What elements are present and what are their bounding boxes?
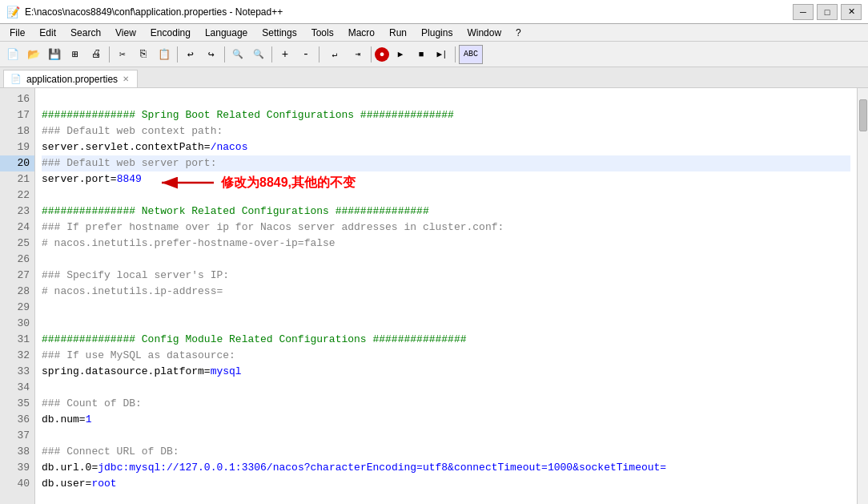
line-number: 29 — [0, 300, 34, 316]
find-replace-button[interactable]: 🔍 — [249, 45, 268, 64]
zoom-out-button[interactable]: - — [296, 45, 315, 64]
line-number: 19 — [0, 139, 34, 155]
tab-file-icon: 📄 — [10, 74, 22, 84]
code-line: ############### Config Module Related Co… — [42, 332, 850, 348]
indent-button[interactable]: ⇥ — [348, 45, 368, 64]
toolbar-sep-5 — [319, 46, 319, 62]
line-number: 22 — [0, 187, 34, 204]
minimize-button[interactable]: ─ — [793, 4, 814, 20]
tab-bar: 📄 application.properties ✕ — [0, 67, 868, 88]
undo-button[interactable]: ↩ — [181, 45, 200, 64]
new-button[interactable]: 📄 — [3, 45, 22, 64]
macro-button[interactable]: ● — [375, 47, 389, 62]
code-line — [42, 316, 850, 332]
menu-help[interactable]: ? — [509, 26, 528, 40]
code-line — [42, 91, 850, 107]
playonce-button[interactable]: ▶| — [432, 45, 452, 64]
toolbar-sep-7 — [455, 46, 456, 62]
line-number: 16 — [0, 91, 34, 107]
code-line: spring.datasource.platform=mysql — [42, 364, 850, 380]
toolbar-sep-1 — [109, 46, 110, 62]
code-line — [42, 187, 850, 204]
code-line: db.num=1 — [42, 412, 850, 428]
toolbar-sep-6 — [371, 46, 372, 62]
stop-button[interactable]: ■ — [412, 45, 431, 64]
line-number: 27 — [0, 268, 34, 284]
code-line: ### Connect URL of DB: — [42, 444, 850, 460]
menu-view[interactable]: View — [109, 26, 143, 40]
redo-button[interactable]: ↪ — [202, 45, 221, 64]
title-bar-left: 📝 E:\nacos\nacos8849\conf\application.pr… — [6, 6, 283, 18]
paste-button[interactable]: 📋 — [155, 45, 174, 64]
code-line — [42, 428, 850, 444]
line-number: 36 — [0, 412, 34, 428]
tab-application-properties[interactable]: 📄 application.properties ✕ — [3, 70, 138, 87]
menu-language[interactable]: Language — [199, 26, 254, 40]
open-button[interactable]: 📂 — [24, 45, 43, 64]
code-line: db.user=root — [42, 476, 850, 492]
line-number: 40 — [0, 476, 34, 492]
menu-tools[interactable]: Tools — [305, 26, 340, 40]
code-line — [42, 300, 850, 316]
menu-run[interactable]: Run — [383, 26, 413, 40]
line-number: 32 — [0, 348, 34, 364]
toolbar: 📄 📂 💾 ⊞ 🖨 ✂ ⎘ 📋 ↩ ↪ 🔍 🔍 + - ↵ ⇥ ● ▶ ■ ▶|… — [0, 42, 868, 67]
copy-button[interactable]: ⎘ — [134, 45, 153, 64]
code-area[interactable]: ############### Spring Boot Related Conf… — [35, 88, 857, 504]
toolbar-sep-3 — [224, 46, 225, 62]
code-line — [42, 252, 850, 268]
window-title: E:\nacos\nacos8849\conf\application.prop… — [25, 6, 283, 18]
print-button[interactable]: 🖨 — [86, 45, 106, 64]
menu-search[interactable]: Search — [64, 26, 107, 40]
save-button[interactable]: 💾 — [45, 45, 64, 64]
close-button[interactable]: ✕ — [841, 4, 862, 20]
app-icon: 📝 — [6, 6, 20, 18]
line-number: 28 — [0, 284, 34, 300]
menu-edit[interactable]: Edit — [33, 26, 62, 40]
play-button[interactable]: ▶ — [391, 45, 410, 64]
line-number: 37 — [0, 428, 34, 444]
word-wrap-button[interactable]: ↵ — [323, 45, 347, 64]
line-number: 17 — [0, 107, 34, 123]
code-line: server.servlet.contextPath=/nacos — [42, 139, 850, 155]
line-number: 30 — [0, 316, 34, 332]
line-number: 38 — [0, 444, 34, 460]
toolbar-sep-2 — [177, 46, 178, 62]
line-number: 21 — [0, 171, 34, 187]
menu-encoding[interactable]: Encoding — [144, 26, 197, 40]
code-line: # nacos.inetutils.ip-address= — [42, 284, 850, 300]
code-line: server.port=8849 — [42, 171, 850, 187]
maximize-button[interactable]: □ — [817, 4, 838, 20]
code-line: ############### Network Related Configur… — [42, 204, 850, 220]
cut-button[interactable]: ✂ — [113, 45, 132, 64]
code-line: # nacos.inetutils.prefer-hostname-over-i… — [42, 236, 850, 252]
line-number: 18 — [0, 123, 34, 139]
line-number: 39 — [0, 460, 34, 476]
menu-bar: File Edit Search View Encoding Language … — [0, 24, 868, 42]
menu-plugins[interactable]: Plugins — [415, 26, 459, 40]
window-controls: ─ □ ✕ — [793, 4, 862, 20]
scrollbar[interactable] — [857, 88, 868, 504]
code-line: ############### Spring Boot Related Conf… — [42, 107, 850, 123]
editor-container: 1617181920212223242526272829303132333435… — [0, 88, 868, 504]
scrollbar-thumb[interactable] — [859, 99, 867, 131]
line-number: 23 — [0, 204, 34, 220]
zoom-in-button[interactable]: + — [275, 45, 295, 64]
menu-settings[interactable]: Settings — [255, 26, 303, 40]
toolbar-sep-4 — [271, 46, 272, 62]
code-line: ### Default web server port: — [42, 155, 850, 171]
tab-close-button[interactable]: ✕ — [123, 75, 129, 83]
line-number: 33 — [0, 364, 34, 380]
title-bar: 📝 E:\nacos\nacos8849\conf\application.pr… — [0, 0, 868, 24]
line-number: 26 — [0, 252, 34, 268]
abc-button[interactable]: ABC — [459, 45, 483, 64]
menu-macro[interactable]: Macro — [342, 26, 381, 40]
find-button[interactable]: 🔍 — [228, 45, 247, 64]
save-all-button[interactable]: ⊞ — [66, 45, 85, 64]
menu-window[interactable]: Window — [460, 26, 508, 40]
line-number: 20 — [0, 155, 34, 171]
line-number: 35 — [0, 396, 34, 412]
line-number: 24 — [0, 220, 34, 236]
code-line: db.url.0=jdbc:mysql://127.0.0.1:3306/nac… — [42, 460, 850, 476]
menu-file[interactable]: File — [3, 26, 31, 40]
